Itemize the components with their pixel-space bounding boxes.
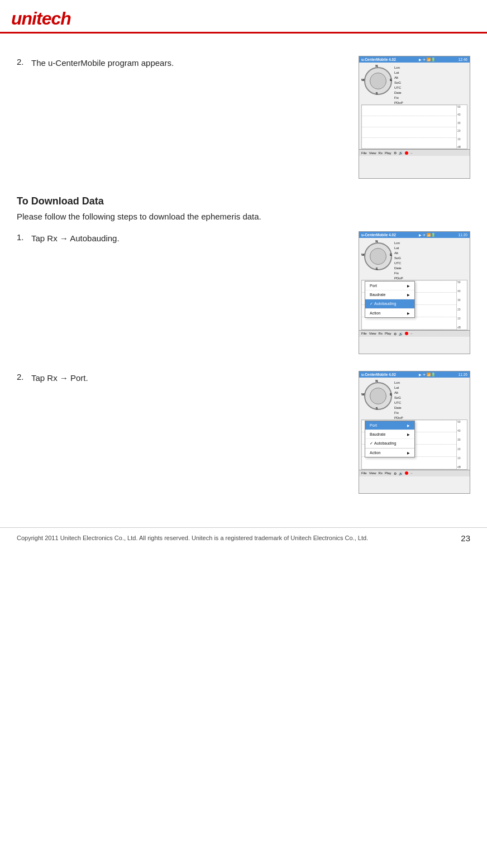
dropdown-item-port-port[interactable]: Port ▶ (365, 421, 414, 430)
screenshot-autobauding: u-CenterMobile 4.02 ▶ ✈ 📶 🔋 11:20 N S E … (359, 231, 470, 354)
chart-area-1: 5040302010dB (361, 104, 467, 149)
compass-w-auto: W (361, 253, 365, 256)
titlebar-icons-1: ▶ ✈ 📶 🔋 (419, 58, 435, 61)
rec-dot-auto (405, 332, 408, 335)
compass-e-auto: E (390, 253, 392, 256)
step-description-1: The u-CenterMobile program appears. (31, 57, 174, 70)
dropdown-arrow-baudrate-port: ▶ (407, 432, 410, 436)
gps-data-1: LonLatAltSoGUTC DateFixPDoPHDoP No Fix (394, 64, 467, 103)
menu-view-1[interactable]: View (369, 151, 376, 155)
menu-sound-auto[interactable]: 🔊 (399, 332, 403, 336)
titlebar-auto: u-CenterMobile 4.02 ▶ ✈ 📶 🔋 11:20 (359, 232, 470, 238)
menu-view-auto[interactable]: View (369, 332, 376, 335)
rec-dot-1 (405, 151, 408, 155)
menu-extra-1: ··· (410, 151, 413, 155)
titlebar-icons-port: ▶ ✈ 📶 🔋 (419, 373, 435, 376)
menu-file-1[interactable]: File (361, 151, 367, 155)
dropdown-arrow-action-port: ▶ (407, 451, 410, 455)
compass-s-1: S (375, 92, 378, 95)
compass-s-port: S (375, 407, 378, 410)
step-autobauding: 1. Tap Rx → Autobauding. u-CenterMobile … (17, 231, 470, 354)
menu-rx-auto[interactable]: Rx (379, 332, 383, 335)
download-heading: To Download Data (17, 195, 470, 207)
compass-1: N S E W (361, 64, 392, 95)
titlebar-icons-auto: ▶ ✈ 📶 🔋 (419, 233, 435, 237)
compass-port: N S E W (361, 379, 392, 410)
gps-area-auto: N S E W LonLatAltSoGUTC DateFixPDoPHDoP … (359, 238, 470, 280)
menu-sound-1[interactable]: 🔊 (399, 151, 403, 155)
dropdown-label-port-auto: Port (370, 284, 377, 288)
compass-w-1: W (361, 78, 365, 82)
dropdown-label-port-port: Port (370, 423, 377, 427)
compass-w-port: W (361, 393, 365, 396)
dropdown-item-autobauding-port[interactable]: ✓Autobauding (365, 439, 414, 449)
dropdown-item-baudrate-port[interactable]: Baudrate ▶ (365, 430, 414, 439)
compass-circle-port (364, 382, 392, 410)
screenshot-1: u-CenterMobile 4.02 ▶ ✈ 📶 🔋 12:46 N S E … (359, 56, 470, 179)
step-num-port: 2. (17, 372, 28, 381)
dropdown-arrow-port-port: ▶ (407, 423, 410, 427)
gps-data-auto: LonLatAltSoGUTC DateFixPDoPHDoP No Rx (394, 240, 467, 278)
rec-dot-port (405, 471, 408, 475)
compass-e-1: E (390, 78, 392, 82)
dropdown-item-port-auto[interactable]: Port ▶ (365, 282, 414, 290)
menu-rx-1[interactable]: Rx (379, 151, 383, 155)
dropdown-label-action-port: Action (370, 451, 380, 455)
download-section: To Download Data Please follow the follo… (17, 195, 470, 494)
compass-auto: N S E W (361, 240, 392, 270)
compass-circle-1 (364, 67, 392, 95)
titlebar-time-auto: 11:20 (459, 233, 467, 237)
step-num-autobauding: 1. (17, 232, 28, 242)
page-number: 23 (461, 533, 470, 543)
menubar-port: File View Rx Play ⚙ 🔊 ··· (359, 470, 470, 476)
dropdown-item-baudrate-auto[interactable]: Baudrate ▶ (365, 290, 414, 299)
step-text-port: 2. Tap Rx → Port. (17, 371, 347, 387)
gps-area-port: N S E W LonLatAltSoGUTC DateFixPDoPHDoP … (359, 378, 470, 419)
chart-labels-port: 5040302010dB (457, 420, 467, 469)
gps-area-1: N S E W LonLatAltSoGUTC DateFixPDoPHDoP … (359, 63, 470, 104)
chart-labels-auto: 5040302010dB (457, 280, 467, 330)
step-desc-port: Tap Rx → Port. (31, 372, 88, 385)
download-intro: Please follow the following steps to dow… (17, 211, 470, 223)
menu-gear-auto[interactable]: ⚙ (394, 332, 397, 336)
gps-data-port: LonLatAltSoGUTC DateFixPDoPHDoP No Rx (394, 379, 467, 418)
dropdown-arrow-baudrate-auto: ▶ (407, 293, 410, 297)
dropdown-label-autobauding-port: ✓Autobauding (370, 441, 396, 446)
menu-play-auto[interactable]: Play (385, 332, 391, 335)
dropdown-label-baudrate-auto: Baudrate (370, 293, 385, 297)
titlebar-title-auto: u-CenterMobile 4.02 (361, 233, 396, 237)
menubar-auto: File View Rx Play ⚙ 🔊 ··· (359, 330, 470, 337)
titlebar-time-port: 11:26 (459, 373, 467, 376)
dropdown-label-autobauding-auto: ✓Autobauding (370, 302, 396, 306)
menu-gear-1[interactable]: ⚙ (394, 151, 397, 155)
step-desc-autobauding: Tap Rx → Autobauding. (31, 232, 120, 245)
titlebar-title-port: u-CenterMobile 4.02 (361, 373, 396, 376)
chart-dropdown-area-port: 5040302010dB Port ▶ Baudrate ▶ (359, 419, 470, 470)
dropdown-item-action-port[interactable]: Action ▶ (365, 449, 414, 457)
dropdown-auto: Port ▶ Baudrate ▶ ✓Autobauding Action (365, 281, 415, 318)
section-text-1: 2. The u-CenterMobile program appears. (17, 56, 347, 72)
menubar-1: File View Rx Play ⚙ 🔊 ··· (359, 149, 470, 156)
chart-labels-1: 5040302010dB (457, 105, 467, 149)
menu-view-port[interactable]: View (369, 471, 376, 475)
menu-sound-port[interactable]: 🔊 (399, 471, 403, 475)
menu-play-port[interactable]: Play (385, 471, 391, 475)
dropdown-arrow-port-auto: ▶ (407, 284, 410, 288)
menu-file-auto[interactable]: File (361, 332, 367, 335)
dropdown-item-action-auto[interactable]: Action ▶ (365, 309, 414, 317)
step-port: 2. Tap Rx → Port. u-CenterMobile 4.02 ▶ … (17, 371, 470, 494)
logo: unitech (11, 8, 71, 29)
dropdown-item-autobauding-auto[interactable]: ✓Autobauding (365, 299, 414, 309)
menu-gear-port[interactable]: ⚙ (394, 471, 397, 475)
menu-rx-port[interactable]: Rx (379, 471, 383, 475)
menu-play-1[interactable]: Play (385, 151, 391, 155)
titlebar-1: u-CenterMobile 4.02 ▶ ✈ 📶 🔋 12:46 (359, 56, 470, 63)
menu-extra-port: ··· (410, 471, 413, 475)
compass-inner-1 (370, 73, 386, 89)
page-content: 2. The u-CenterMobile program appears. u… (0, 34, 487, 494)
compass-inner-auto (370, 248, 386, 265)
section-ucm-appears: 2. The u-CenterMobile program appears. u… (17, 56, 470, 179)
titlebar-title-1: u-CenterMobile 4.02 (361, 58, 396, 61)
compass-inner-port (370, 388, 386, 404)
menu-file-port[interactable]: File (361, 471, 367, 475)
